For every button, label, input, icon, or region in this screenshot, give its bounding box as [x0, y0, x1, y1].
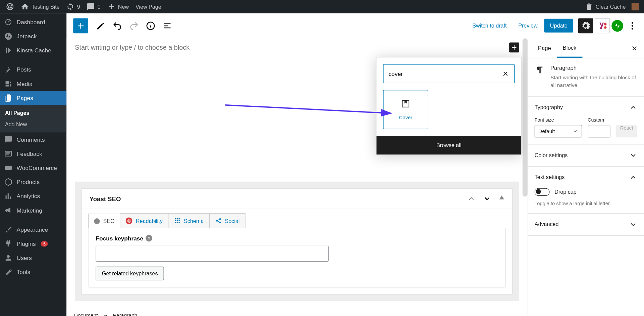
color-settings-toggle[interactable]: Color settings	[528, 144, 644, 167]
editor-canvas[interactable]: Start writing or type / to choose a bloc…	[66, 38, 527, 316]
tab-block[interactable]: Block	[557, 39, 582, 58]
scrollbar[interactable]	[523, 38, 528, 196]
sidebar-item-comments[interactable]: Comments	[0, 132, 66, 146]
clear-cache-link[interactable]: Clear Cache	[582, 0, 629, 13]
svg-point-10	[632, 28, 633, 29]
sidebar-item-pages[interactable]: Pages	[0, 91, 66, 105]
details-button[interactable]	[143, 18, 158, 33]
settings-toggle[interactable]	[578, 18, 593, 33]
breadcrumb-current[interactable]: Paragraph	[113, 312, 137, 316]
submenu-all-pages[interactable]: All Pages	[0, 107, 66, 119]
user-account[interactable]	[629, 0, 641, 13]
comments-link[interactable]: 0	[84, 0, 104, 13]
block-inserter-toggle[interactable]	[73, 18, 88, 33]
svg-point-4	[7, 255, 10, 258]
reset-button[interactable]: Reset	[616, 125, 637, 137]
advanced-toggle[interactable]: Advanced	[528, 214, 644, 236]
dashboard-icon	[4, 18, 12, 26]
plugins-badge: 5	[41, 241, 48, 246]
edit-mode-button[interactable]	[93, 18, 108, 33]
sidebar-item-users[interactable]: Users	[0, 251, 66, 265]
cover-block-icon	[400, 99, 411, 109]
home-icon	[21, 2, 29, 11]
update-button[interactable]: Update	[544, 19, 573, 33]
sidebar-item-media[interactable]: Media	[0, 77, 66, 91]
plug-icon	[4, 239, 12, 248]
jetpack-button[interactable]	[611, 20, 623, 32]
switch-to-draft-button[interactable]: Switch to draft	[467, 22, 512, 29]
sidebar-item-posts[interactable]: Posts	[0, 62, 66, 77]
chevron-up-icon[interactable]	[629, 103, 637, 111]
sidebar-item-kinsta[interactable]: Kinsta Cache	[0, 43, 66, 57]
font-size-select[interactable]: Default	[535, 125, 582, 137]
sidebar-item-tools[interactable]: Tools	[0, 265, 66, 279]
breadcrumb-separator: →	[103, 312, 108, 316]
yoast-tab-seo[interactable]: SEO	[88, 214, 120, 228]
custom-font-size-input[interactable]	[588, 125, 610, 137]
readability-score-icon: ☹	[126, 217, 132, 224]
sidebar-item-woocommerce[interactable]: WooCommerce	[0, 161, 66, 175]
site-name-link[interactable]: Testing Site	[17, 0, 63, 13]
paragraph-placeholder[interactable]: Start writing or type / to choose a bloc…	[75, 44, 509, 51]
block-inserter-popup: Cover Browse all	[376, 57, 522, 155]
yoast-seo-panel: Yoast SEO SEO ☹Readability Sche	[82, 188, 513, 295]
block-breadcrumb: Document → Paragraph	[66, 310, 527, 316]
yoast-move-up[interactable]	[467, 194, 476, 203]
jetpack-icon	[4, 32, 12, 41]
sidebar-item-feedback[interactable]: Feedback	[0, 147, 66, 161]
sidebar-item-jetpack[interactable]: Jetpack	[0, 29, 66, 43]
yoast-tab-readability[interactable]: ☹Readability	[120, 213, 168, 228]
seo-score-icon	[94, 218, 100, 224]
sidebar-item-dashboard[interactable]: Dashboard	[0, 15, 66, 29]
outline-button[interactable]	[160, 18, 175, 33]
sidebar-item-plugins[interactable]: Plugins5	[0, 236, 66, 251]
new-label: New	[118, 4, 129, 10]
chevron-down-icon	[629, 220, 637, 228]
preview-button[interactable]: Preview	[513, 22, 542, 29]
yoast-collapse[interactable]	[499, 194, 504, 203]
svg-rect-15	[178, 218, 179, 219]
sidebar-item-analytics[interactable]: Analytics	[0, 189, 66, 203]
redo-button[interactable]	[126, 18, 142, 33]
browse-all-button[interactable]: Browse all	[376, 136, 521, 154]
drop-cap-toggle[interactable]	[535, 188, 550, 195]
yoast-move-down[interactable]	[483, 194, 491, 203]
submenu-add-new[interactable]: Add New	[0, 119, 66, 130]
help-icon[interactable]: ?	[146, 235, 153, 242]
yoast-tab-schema[interactable]: Schema	[168, 213, 210, 228]
yoast-button[interactable]	[595, 18, 610, 33]
undo-button[interactable]	[110, 18, 125, 33]
wp-logo[interactable]	[2, 0, 17, 13]
sidebar-item-marketing[interactable]: Marketing	[0, 203, 66, 217]
yoast-title: Yoast SEO	[90, 195, 121, 202]
updates-link[interactable]: 9	[63, 0, 84, 13]
view-page-link[interactable]: View Page	[132, 0, 165, 13]
block-option-cover[interactable]: Cover	[383, 90, 428, 129]
yoast-tab-social[interactable]: Social	[209, 213, 245, 228]
clear-search-icon[interactable]	[502, 70, 509, 77]
megaphone-icon	[4, 206, 12, 215]
svg-rect-13	[175, 218, 176, 219]
chevron-up-icon[interactable]	[629, 173, 637, 181]
breadcrumb-document[interactable]: Document	[74, 312, 98, 316]
tab-page[interactable]: Page	[532, 39, 557, 57]
focus-keyphrase-input[interactable]	[96, 246, 329, 262]
sidebar-item-appearance[interactable]: Appearance	[0, 222, 66, 236]
annotation-arrow	[225, 101, 399, 118]
focus-keyphrase-label: Focus keyphrase?	[96, 235, 498, 242]
custom-label: Custom	[588, 117, 610, 122]
new-content-link[interactable]: New	[104, 0, 132, 13]
settings-sidebar: Page Block Paragraph Start writing with …	[528, 38, 644, 316]
block-name: Paragraph	[550, 65, 637, 71]
block-search[interactable]	[383, 64, 515, 83]
sidebar-item-products[interactable]: Products	[0, 175, 66, 189]
related-keyphrases-button[interactable]: Get related keyphrases	[96, 267, 164, 280]
comment-icon	[4, 135, 12, 144]
wordpress-icon	[6, 2, 14, 11]
inline-inserter-button[interactable]	[509, 43, 519, 53]
more-options-button[interactable]	[625, 18, 640, 33]
block-search-input[interactable]	[388, 71, 501, 77]
trash-icon	[585, 2, 593, 11]
comments-count: 0	[98, 4, 101, 10]
close-settings-icon[interactable]	[631, 44, 638, 52]
